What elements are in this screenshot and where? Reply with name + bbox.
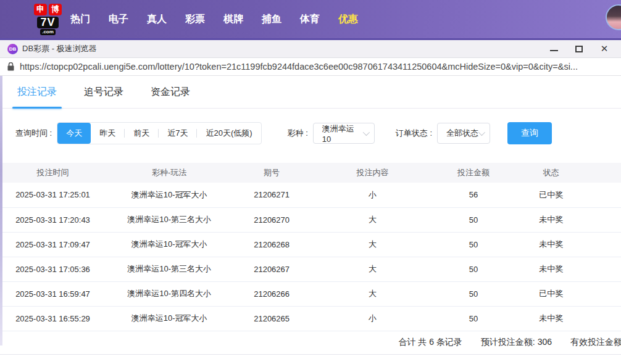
cell-issue: 21206265 [233,306,310,331]
browser-favicon-icon: DB [7,44,18,54]
cell-issue: 21206270 [233,207,310,232]
cell-filler [590,232,621,257]
cell-time: 2025-03-31 17:05:36 [0,257,106,281]
site-logo[interactable]: 申 博 7V .com [34,4,62,35]
nav-item-lottery[interactable]: 彩票 [185,13,205,26]
chevron-down-icon [478,129,485,136]
lottery-select-value: 澳洲幸运10 [322,123,363,144]
table-row: 2025-03-31 17:25:01澳洲幸运10-冠军大小21206271小5… [0,183,621,207]
cell-status: 已中奖 [512,281,590,306]
cell-content: 大 [310,207,435,232]
filter-bar: 查询时间 : 今天昨天前天近7天近20天(低频) 彩种 : 澳洲幸运10 订单状… [15,122,621,144]
cell-issue: 21206268 [233,232,310,257]
cell-amount: 56 [435,183,512,207]
cell-status: 未中奖 [512,232,590,257]
query-button[interactable]: 查询 [507,122,552,144]
time-option-last-20-days[interactable]: 近20天(低频) [197,123,260,144]
time-filter-label: 查询时间 : [15,128,52,139]
column-header-1: 彩种-玩法 [106,163,233,183]
cell-amount: 50 [435,281,512,306]
cell-filler [590,183,621,207]
cell-time: 2025-03-31 17:25:01 [0,183,106,207]
order-status-select[interactable]: 全部状态 [437,123,490,144]
chevron-down-icon [363,129,370,136]
column-header-4: 投注金额 [435,163,512,183]
cell-game: 澳洲幸运10-冠军大小 [106,183,233,207]
tab-bet-records[interactable]: 投注记录 [17,86,57,108]
time-option-last-7-days[interactable]: 近7天 [159,123,196,144]
site-nav-bar: 申 博 7V .com 热门电子真人彩票棋牌捕鱼体育优惠 [0,0,621,38]
logo-7v-text: 7V [37,17,58,28]
close-button[interactable]: ✕ [600,44,609,53]
column-header-5: 状态 [512,163,590,183]
summary-valid-amount: 有效投注金额 [570,337,621,348]
time-option-day-before[interactable]: 前天 [125,123,158,144]
nav-item-live[interactable]: 真人 [147,13,167,26]
logo-badges: 申 博 [34,4,62,15]
window-title: DB彩票 - 极速浏览器 [22,43,97,54]
cell-time: 2025-03-31 17:09:47 [0,232,106,257]
cell-time: 2025-03-31 16:59:47 [0,281,106,306]
url-text: https://ctopcp02pcali.uengi5e.com/lotter… [20,62,578,72]
lottery-filter-label: 彩种 : [288,128,308,139]
maximize-button[interactable] [575,44,583,53]
cell-time: 2025-03-31 16:55:29 [0,306,106,331]
nav-item-fishing[interactable]: 捕鱼 [262,13,281,26]
browser-url-bar[interactable]: https://ctopcp02pcali.uengi5e.com/lotter… [0,57,621,76]
user-avatar[interactable] [606,4,621,30]
nav-item-hot[interactable]: 热门 [70,13,90,26]
nav-item-promo[interactable]: 优惠 [338,13,358,26]
summary-bar: 合计 共 6 条记录 预计投注金额: 306 有效投注金额 [0,331,621,355]
status-filter-label: 订单状态 : [396,128,432,139]
cell-content: 小 [310,306,435,331]
minimize-button[interactable] [549,44,558,53]
left-edge-scroll-strip [0,76,2,345]
column-header-0: 投注时间 [0,163,106,183]
cell-amount: 50 [435,306,512,331]
cell-game: 澳洲幸运10-第三名大小 [106,257,233,281]
cell-status: 已中奖 [512,183,590,207]
nav-item-electronic[interactable]: 电子 [109,13,128,26]
nav-item-chess[interactable]: 棋牌 [223,13,243,26]
column-header-2: 期号 [233,163,310,183]
maximize-icon [575,46,583,52]
cell-filler [590,281,621,306]
record-tabs: 投注记录追号记录资金记录 [0,76,621,109]
tab-chase-records[interactable]: 追号记录 [84,86,123,108]
cell-game: 澳洲幸运10-第四名大小 [106,281,233,306]
minimize-icon [550,50,558,51]
logo-badge-2: 博 [49,4,62,15]
table-header-row: 投注时间彩种-玩法期号投注内容投注金额状态 [0,163,621,183]
lottery-select[interactable]: 澳洲幸运10 [313,123,375,144]
cell-filler [590,207,621,232]
browser-title-bar: DB DB彩票 - 极速浏览器 ✕ [0,40,621,57]
cell-status: 未中奖 [512,306,590,331]
site-menu: 热门电子真人彩票棋牌捕鱼体育优惠 [70,13,358,26]
table-row: 2025-03-31 16:55:29澳洲幸运10-冠军大小21206265小5… [0,306,621,331]
screen: 申 博 7V .com 热门电子真人彩票棋牌捕鱼体育优惠 DB DB彩票 - 极… [0,0,621,364]
cell-amount: 50 [435,207,512,232]
cell-issue: 21206266 [233,281,310,306]
cell-status: 未中奖 [512,257,590,281]
table-row: 2025-03-31 17:09:47澳洲幸运10-冠军大小21206268大5… [0,232,621,257]
lock-icon [7,62,14,71]
cell-content: 大 [310,257,435,281]
nav-item-sports[interactable]: 体育 [300,13,320,26]
time-option-yesterday[interactable]: 昨天 [91,123,124,144]
bet-records-table: 投注时间彩种-玩法期号投注内容投注金额状态 2025-03-31 17:25:0… [0,163,621,331]
order-status-select-value: 全部状态 [446,128,478,139]
tab-fund-records[interactable]: 资金记录 [151,86,190,108]
summary-expected-amount: 预计投注金额: 306 [481,337,552,348]
window-controls: ✕ [549,44,614,53]
time-option-today[interactable]: 今天 [57,123,91,144]
cell-status: 未中奖 [512,207,590,232]
logo-badge-1: 申 [34,4,47,15]
cell-issue: 21206267 [233,257,310,281]
cell-filler [590,257,621,281]
cell-game: 澳洲幸运10-冠军大小 [106,306,233,331]
cell-game: 澳洲幸运10-第三名大小 [106,207,233,232]
cell-amount: 50 [435,232,512,257]
time-range-group: 今天昨天前天近7天近20天(低频) [57,122,261,144]
table-row: 2025-03-31 16:59:47澳洲幸运10-第四名大小21206266大… [0,281,621,306]
column-header-3: 投注内容 [310,163,435,183]
